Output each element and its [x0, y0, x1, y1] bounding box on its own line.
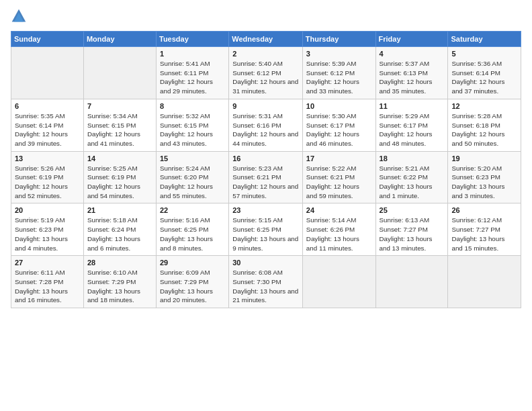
calendar-cell: 15Sunrise: 5:24 AMSunset: 6:20 PMDayligh…	[157, 151, 229, 203]
cell-day-number: 24	[306, 206, 372, 214]
calendar-cell: 26Sunrise: 6:12 AMSunset: 7:27 PMDayligh…	[448, 203, 521, 256]
page: SundayMondayTuesdayWednesdayThursdayFrid…	[0, 0, 532, 411]
cell-info: Sunrise: 5:30 AMSunset: 6:17 PMDaylight:…	[306, 111, 372, 148]
calendar-cell: 29Sunrise: 6:09 AMSunset: 7:29 PMDayligh…	[157, 256, 229, 308]
day-header-thursday: Thursday	[302, 32, 375, 47]
calendar-cell: 1Sunrise: 5:41 AMSunset: 6:11 PMDaylight…	[157, 47, 229, 99]
cell-info: Sunrise: 5:26 AMSunset: 6:19 PMDaylight:…	[15, 164, 80, 201]
cell-info: Sunrise: 6:10 AMSunset: 7:29 PMDaylight:…	[87, 268, 152, 305]
calendar-cell: 27Sunrise: 6:11 AMSunset: 7:28 PMDayligh…	[11, 256, 84, 308]
day-header-sunday: Sunday	[11, 32, 84, 47]
cell-day-number: 9	[232, 102, 299, 110]
calendar-cell: 23Sunrise: 5:15 AMSunset: 6:25 PMDayligh…	[229, 203, 303, 256]
calendar-cell: 2Sunrise: 5:40 AMSunset: 6:12 PMDaylight…	[229, 47, 303, 99]
calendar-cell: 9Sunrise: 5:31 AMSunset: 6:16 PMDaylight…	[229, 99, 303, 151]
calendar-cell: 8Sunrise: 5:32 AMSunset: 6:15 PMDaylight…	[157, 99, 229, 151]
calendar-cell: 25Sunrise: 6:13 AMSunset: 7:27 PMDayligh…	[375, 203, 448, 256]
calendar-cell	[11, 47, 84, 99]
calendar-cell: 3Sunrise: 5:39 AMSunset: 6:12 PMDaylight…	[302, 47, 375, 99]
cell-day-number: 7	[87, 102, 152, 110]
cell-info: Sunrise: 5:20 AMSunset: 6:23 PMDaylight:…	[451, 164, 517, 201]
cell-day-number: 12	[451, 102, 517, 110]
cell-day-number: 23	[232, 206, 299, 214]
cell-info: Sunrise: 5:41 AMSunset: 6:11 PMDaylight:…	[160, 59, 225, 96]
calendar-cell	[375, 256, 448, 308]
cell-day-number: 13	[15, 154, 80, 163]
cell-info: Sunrise: 5:15 AMSunset: 6:25 PMDaylight:…	[232, 216, 299, 253]
header	[11, 8, 521, 24]
cell-info: Sunrise: 5:23 AMSunset: 6:21 PMDaylight:…	[232, 164, 299, 201]
calendar-cell: 18Sunrise: 5:21 AMSunset: 6:22 PMDayligh…	[375, 151, 448, 203]
day-header-tuesday: Tuesday	[157, 32, 229, 47]
cell-info: Sunrise: 6:11 AMSunset: 7:28 PMDaylight:…	[15, 268, 80, 305]
cell-info: Sunrise: 5:32 AMSunset: 6:15 PMDaylight:…	[160, 111, 225, 148]
header-row: SundayMondayTuesdayWednesdayThursdayFrid…	[11, 32, 521, 47]
calendar-cell: 11Sunrise: 5:29 AMSunset: 6:17 PMDayligh…	[375, 99, 448, 151]
cell-day-number: 11	[380, 102, 445, 110]
cell-day-number: 28	[87, 259, 152, 267]
calendar-cell: 4Sunrise: 5:37 AMSunset: 6:13 PMDaylight…	[375, 47, 448, 99]
cell-day-number: 4	[380, 50, 445, 58]
cell-day-number: 5	[451, 50, 517, 58]
calendar-cell: 6Sunrise: 5:35 AMSunset: 6:14 PMDaylight…	[11, 99, 84, 151]
cell-info: Sunrise: 5:14 AMSunset: 6:26 PMDaylight:…	[306, 216, 372, 253]
cell-info: Sunrise: 5:34 AMSunset: 6:15 PMDaylight:…	[87, 111, 152, 148]
day-header-wednesday: Wednesday	[229, 32, 303, 47]
calendar-header: SundayMondayTuesdayWednesdayThursdayFrid…	[11, 32, 521, 47]
week-row-4: 20Sunrise: 5:19 AMSunset: 6:23 PMDayligh…	[11, 203, 521, 256]
cell-info: Sunrise: 5:18 AMSunset: 6:24 PMDaylight:…	[87, 216, 152, 253]
calendar-cell: 21Sunrise: 5:18 AMSunset: 6:24 PMDayligh…	[83, 203, 156, 256]
cell-info: Sunrise: 6:09 AMSunset: 7:29 PMDaylight:…	[160, 268, 225, 305]
cell-day-number: 20	[15, 206, 80, 214]
day-header-friday: Friday	[375, 32, 448, 47]
calendar-cell	[302, 256, 375, 308]
calendar-cell: 14Sunrise: 5:25 AMSunset: 6:19 PMDayligh…	[83, 151, 156, 203]
cell-info: Sunrise: 5:24 AMSunset: 6:20 PMDaylight:…	[160, 164, 225, 201]
cell-day-number: 1	[160, 50, 225, 58]
calendar-body: 1Sunrise: 5:41 AMSunset: 6:11 PMDaylight…	[11, 47, 521, 308]
calendar-cell: 22Sunrise: 5:16 AMSunset: 6:25 PMDayligh…	[157, 203, 229, 256]
cell-info: Sunrise: 5:36 AMSunset: 6:14 PMDaylight:…	[451, 59, 517, 96]
calendar-cell: 28Sunrise: 6:10 AMSunset: 7:29 PMDayligh…	[83, 256, 156, 308]
cell-day-number: 8	[160, 102, 225, 110]
calendar-cell: 17Sunrise: 5:22 AMSunset: 6:21 PMDayligh…	[302, 151, 375, 203]
cell-info: Sunrise: 5:40 AMSunset: 6:12 PMDaylight:…	[232, 59, 299, 96]
cell-info: Sunrise: 5:39 AMSunset: 6:12 PMDaylight:…	[306, 59, 372, 96]
cell-day-number: 17	[306, 154, 372, 163]
cell-info: Sunrise: 5:19 AMSunset: 6:23 PMDaylight:…	[15, 216, 80, 253]
cell-info: Sunrise: 5:31 AMSunset: 6:16 PMDaylight:…	[232, 111, 299, 148]
calendar-cell: 12Sunrise: 5:28 AMSunset: 6:18 PMDayligh…	[448, 99, 521, 151]
cell-day-number: 30	[232, 259, 299, 267]
calendar-cell: 20Sunrise: 5:19 AMSunset: 6:23 PMDayligh…	[11, 203, 84, 256]
cell-info: Sunrise: 5:21 AMSunset: 6:22 PMDaylight:…	[380, 164, 445, 201]
cell-day-number: 19	[451, 154, 517, 163]
calendar-cell	[83, 47, 156, 99]
cell-day-number: 29	[160, 259, 225, 267]
calendar-cell: 16Sunrise: 5:23 AMSunset: 6:21 PMDayligh…	[229, 151, 303, 203]
calendar-cell: 10Sunrise: 5:30 AMSunset: 6:17 PMDayligh…	[302, 99, 375, 151]
cell-info: Sunrise: 5:28 AMSunset: 6:18 PMDaylight:…	[451, 111, 517, 148]
cell-day-number: 15	[160, 154, 225, 163]
cell-day-number: 27	[15, 259, 80, 267]
calendar-cell: 13Sunrise: 5:26 AMSunset: 6:19 PMDayligh…	[11, 151, 84, 203]
week-row-1: 1Sunrise: 5:41 AMSunset: 6:11 PMDaylight…	[11, 47, 521, 99]
logo	[11, 8, 30, 24]
cell-day-number: 2	[232, 50, 299, 58]
cell-day-number: 14	[87, 154, 152, 163]
calendar-cell	[448, 256, 521, 308]
week-row-2: 6Sunrise: 5:35 AMSunset: 6:14 PMDaylight…	[11, 99, 521, 151]
cell-info: Sunrise: 5:22 AMSunset: 6:21 PMDaylight:…	[306, 164, 372, 201]
cell-info: Sunrise: 6:12 AMSunset: 7:27 PMDaylight:…	[451, 216, 517, 253]
calendar-cell: 5Sunrise: 5:36 AMSunset: 6:14 PMDaylight…	[448, 47, 521, 99]
cell-day-number: 16	[232, 154, 299, 163]
calendar-table: SundayMondayTuesdayWednesdayThursdayFrid…	[11, 31, 521, 308]
week-row-5: 27Sunrise: 6:11 AMSunset: 7:28 PMDayligh…	[11, 256, 521, 308]
cell-day-number: 6	[15, 102, 80, 110]
cell-info: Sunrise: 5:16 AMSunset: 6:25 PMDaylight:…	[160, 216, 225, 253]
calendar-cell: 7Sunrise: 5:34 AMSunset: 6:15 PMDaylight…	[83, 99, 156, 151]
cell-info: Sunrise: 6:13 AMSunset: 7:27 PMDaylight:…	[380, 216, 445, 253]
cell-info: Sunrise: 5:25 AMSunset: 6:19 PMDaylight:…	[87, 164, 152, 201]
day-header-saturday: Saturday	[448, 32, 521, 47]
cell-day-number: 10	[306, 102, 372, 110]
calendar-cell: 30Sunrise: 6:08 AMSunset: 7:30 PMDayligh…	[229, 256, 303, 308]
